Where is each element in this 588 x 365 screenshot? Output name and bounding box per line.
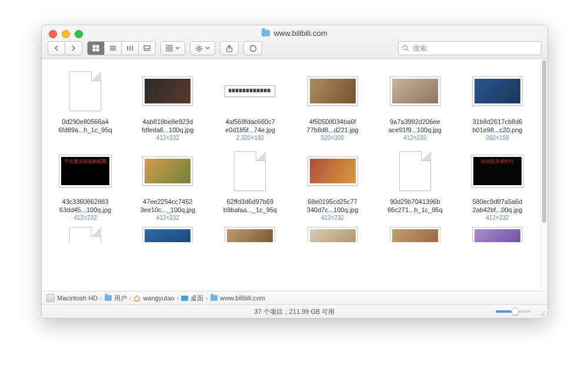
icon-view[interactable] <box>88 42 105 55</box>
path-item[interactable]: Macintosh HD <box>46 294 98 302</box>
generic-file-icon <box>69 71 101 111</box>
chevron-down-icon <box>175 46 180 50</box>
desktop-icon <box>181 296 188 301</box>
file-dimensions: 520×300 <box>321 135 344 141</box>
file-item[interactable]: 31b8d2617cb8d6b01e98...c20.png260×150 <box>456 63 539 143</box>
image-thumbnail: 动画区杂谈时代 <box>471 155 524 187</box>
file-name: 4ab818be8e923dfdfeda6...100q.jpg <box>142 118 193 134</box>
file-item[interactable]: 47ee2254cc74523ee10c..._100q.jpg412×232 <box>126 143 209 223</box>
svg-rect-4 <box>144 46 150 49</box>
arrange-menu[interactable] <box>161 41 185 55</box>
file-dimensions: 412×232 <box>74 215 96 221</box>
file-item[interactable]: 千元显示器选购指南43c336086288363dd45...100q.jpg4… <box>44 143 126 223</box>
search-icon <box>402 45 409 52</box>
icon-size-slider[interactable] <box>496 310 531 313</box>
file-name: 580ec9d87a5a6d2ab42bf...00q.jpg <box>472 197 522 214</box>
image-thumbnail <box>390 76 440 106</box>
scrollbar-thumb[interactable] <box>542 60 546 223</box>
path-separator: › <box>100 294 102 302</box>
vertical-scrollbar[interactable] <box>540 59 547 291</box>
svg-line-19 <box>201 46 201 46</box>
image-thumbnail <box>142 76 193 106</box>
image-thumbnail <box>225 227 275 242</box>
disk-icon <box>46 294 55 302</box>
search-field[interactable] <box>398 41 542 55</box>
svg-rect-9 <box>170 45 172 48</box>
file-item[interactable]: 62ffd3d6d97b69b9bafaa..._1c_95q <box>209 143 291 223</box>
path-bar: Macintosh HD›用户›wangyutao›桌面›www.bilibil… <box>42 291 547 304</box>
share-icon <box>226 45 233 52</box>
path-item[interactable]: www.bilibili.com <box>211 294 265 302</box>
file-item[interactable]: 4ab818be8e923dfdfeda6...100q.jpg412×232 <box>126 63 209 143</box>
image-thumbnail: 千元显示器选购指南 <box>59 155 112 187</box>
file-name: 4f50508034ba6f77b8d8...d221.jpg <box>307 118 359 134</box>
svg-point-22 <box>250 45 256 51</box>
toolbar <box>48 41 542 55</box>
window-title-text: www.bilibili.com <box>273 29 327 38</box>
file-item[interactable]: 68e0195cd25c77340d7c...100q.jpg412×232 <box>292 143 374 223</box>
image-thumbnail <box>308 227 358 242</box>
gear-icon <box>195 45 203 52</box>
file-dimensions: 412×232 <box>156 135 179 141</box>
nav-buttons <box>48 41 82 55</box>
file-item[interactable] <box>209 223 291 245</box>
path-item[interactable]: wangyutao <box>133 294 174 302</box>
path-label: Macintosh HD <box>57 294 98 302</box>
file-item[interactable] <box>44 223 126 245</box>
image-thumbnail <box>472 227 523 242</box>
action-menu[interactable] <box>190 41 215 55</box>
resize-handle[interactable] <box>538 310 545 317</box>
generic-file-icon <box>69 227 101 242</box>
file-dimensions: 2,320×192 <box>236 135 265 141</box>
back-button[interactable] <box>48 42 65 55</box>
folder-icon <box>211 295 218 301</box>
column-view[interactable] <box>122 42 139 55</box>
file-item[interactable]: 90d29b7041396b66c271...h_1c_95q <box>374 143 456 223</box>
list-view[interactable] <box>105 42 122 55</box>
file-item[interactable] <box>292 223 374 245</box>
home-icon <box>133 294 141 302</box>
file-item[interactable]: 0d290e80566a46fd89a...h_1c_95q <box>44 63 126 143</box>
forward-button[interactable] <box>65 42 82 55</box>
image-thumbnail <box>308 76 358 106</box>
file-item[interactable] <box>456 223 539 245</box>
generic-file-icon <box>234 151 266 191</box>
file-item[interactable]: 4af568fdac660c7e0d185f...74e.jpg2,320×19… <box>209 63 291 143</box>
file-dimensions: 260×150 <box>486 135 509 141</box>
svg-rect-6 <box>146 50 148 51</box>
file-item[interactable] <box>126 223 209 245</box>
svg-line-17 <box>196 46 197 46</box>
path-separator: › <box>129 294 132 302</box>
path-label: 用户 <box>114 294 127 303</box>
window-title: www.bilibili.com <box>42 29 547 38</box>
file-item[interactable] <box>374 223 456 245</box>
image-thumbnail <box>390 227 440 242</box>
folder-icon <box>105 295 112 301</box>
file-item[interactable]: 动画区杂谈时代580ec9d87a5a6d2ab42bf...00q.jpg41… <box>456 143 539 223</box>
chevron-down-icon <box>205 46 210 50</box>
gallery-view[interactable] <box>139 42 155 55</box>
file-name: 0d290e80566a46fd89a...h_1c_95q <box>59 118 112 134</box>
folder-icon <box>262 30 270 36</box>
image-thumbnail <box>142 227 193 242</box>
search-input[interactable] <box>412 43 537 53</box>
arrange-icon <box>166 45 173 52</box>
path-item[interactable]: 用户 <box>105 294 127 303</box>
file-grid: 0d290e80566a46fd89a...h_1c_95q4ab818be8e… <box>42 59 541 245</box>
svg-point-23 <box>403 46 407 50</box>
svg-rect-5 <box>144 50 146 51</box>
path-label: 桌面 <box>191 294 203 303</box>
svg-rect-8 <box>166 45 169 48</box>
titlebar: www.bilibili.com <box>42 25 547 59</box>
share-button[interactable] <box>220 41 239 55</box>
file-name: 43c336086288363dd45...100q.jpg <box>59 197 111 214</box>
file-item[interactable]: 9a7a3992d206eeace91f9...100q.jpg412×232 <box>374 63 456 143</box>
status-text: 37 个项目，211.99 GB 可用 <box>255 307 335 316</box>
file-name: 62ffd3d6d97b69b9bafaa..._1c_95q <box>223 197 277 214</box>
path-item[interactable]: 桌面 <box>181 294 203 303</box>
tags-button[interactable] <box>243 41 262 55</box>
file-item[interactable]: 4f50508034ba6f77b8d8...d221.jpg520×300 <box>292 63 374 143</box>
svg-rect-3 <box>96 49 99 51</box>
file-name: 31b8d2617cb8d6b01e98...c20.png <box>472 118 522 134</box>
tag-icon <box>249 45 257 52</box>
